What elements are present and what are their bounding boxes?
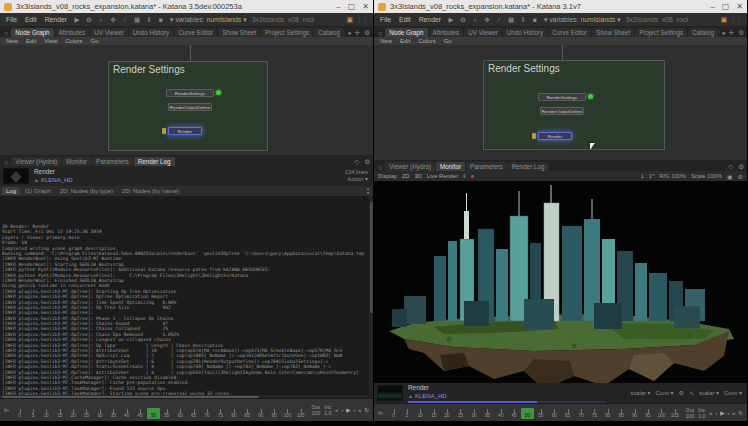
transport-button[interactable]: ‹ xyxy=(341,407,343,413)
transport-button[interactable]: » xyxy=(358,407,361,413)
menu-item[interactable]: View xyxy=(44,38,57,44)
frame-tick[interactable]: 50 xyxy=(147,408,160,419)
slash-icon[interactable]: ∕ xyxy=(121,16,129,24)
scroll-arrows-icon[interactable]: ▴▾ xyxy=(367,187,371,195)
settings-icon[interactable]: ⚙ xyxy=(738,173,743,180)
frame-tick[interactable]: 55 xyxy=(160,408,173,419)
render-icon[interactable]: ▶ xyxy=(447,16,455,24)
menu-item[interactable]: Render xyxy=(44,16,68,23)
close-button[interactable]: ✕ xyxy=(362,3,369,11)
monitor-viewport[interactable] xyxy=(374,181,747,383)
tab[interactable]: Undo History xyxy=(503,28,547,37)
variables-selector[interactable]: ▾ variables: numIslands ▾ xyxy=(170,16,247,24)
timeline-out-value[interactable]: 100 xyxy=(311,410,320,416)
frame-tick[interactable]: 0 xyxy=(13,408,26,419)
timeline-out-value[interactable]: 100 xyxy=(685,413,694,419)
frame-tick[interactable]: 60 xyxy=(174,408,187,419)
node-renderoutputdefine[interactable]: RenderOutputDefine xyxy=(168,103,212,111)
corner-icon[interactable]: ⚙ xyxy=(363,158,371,166)
corner-icon[interactable]: ⚙ xyxy=(363,29,371,37)
nodegraph-canvas[interactable]: Render Settings RenderSettings RenderOut… xyxy=(0,45,373,155)
tab[interactable]: Viewer (Hydra) xyxy=(385,162,435,171)
tab[interactable]: Log xyxy=(2,187,20,195)
tab[interactable]: Project Settings xyxy=(635,28,687,37)
tab[interactable]: Python xyxy=(345,28,346,37)
frame-tick[interactable]: 20 xyxy=(440,408,453,419)
variables-value[interactable]: numIslands xyxy=(206,16,241,23)
slash-icon[interactable]: ∕ xyxy=(495,16,503,24)
stop-icon[interactable]: ■ xyxy=(157,16,165,24)
timeline-inc-value[interactable]: 1.0 xyxy=(698,413,705,419)
close-button[interactable]: ✕ xyxy=(736,3,743,11)
display-dropdown[interactable]: Display xyxy=(378,173,397,179)
render-status-icon[interactable]: ▣ xyxy=(720,16,727,24)
scalar-dropdown[interactable]: scalar ▾ xyxy=(699,390,719,397)
frame-tick[interactable]: 65 xyxy=(187,408,200,419)
frame-tick[interactable]: 45 xyxy=(133,408,146,419)
frame-tick[interactable]: 70 xyxy=(574,408,587,419)
view-2d-button[interactable]: 2D xyxy=(402,173,409,179)
tab[interactable]: 2D: Nodes (by name) xyxy=(118,187,183,195)
tab[interactable]: Python xyxy=(719,28,720,37)
frame-tick[interactable]: 90 xyxy=(254,408,267,419)
frame-tick[interactable]: 75 xyxy=(588,408,601,419)
tab[interactable]: UV Viewer xyxy=(464,28,502,37)
tab[interactable]: Show Sheet xyxy=(218,28,260,37)
pane-menu-icon[interactable]: ○ xyxy=(2,159,10,166)
corner-icon[interactable]: ◇ xyxy=(353,158,360,166)
node-render[interactable]: Render xyxy=(538,132,572,140)
frame-tick[interactable]: 40 xyxy=(120,408,133,419)
render-log-output[interactable]: 3D Render: RenderStart Time: Fri Dec 13 … xyxy=(0,196,373,398)
tab[interactable]: Viewer (Hydra) xyxy=(11,157,61,166)
scrollbar-thumb[interactable] xyxy=(370,202,373,313)
corner-icon[interactable]: ✛ xyxy=(728,29,735,37)
menu-item[interactable]: New xyxy=(6,38,18,44)
menu-item[interactable]: File xyxy=(379,16,392,23)
frame-tick[interactable]: 100 xyxy=(281,408,294,419)
conv-dropdown[interactable]: Conv ▾ xyxy=(724,390,742,397)
conv-dropdown[interactable]: Conv ▾ xyxy=(655,390,673,397)
maximize-button[interactable]: ▢ xyxy=(348,3,356,11)
pane-menu-icon[interactable]: ○ xyxy=(376,164,384,171)
frame-tick[interactable]: 35 xyxy=(481,408,494,419)
frame-tick[interactable]: 45 xyxy=(507,408,520,419)
tab[interactable]: Monitor xyxy=(62,157,91,166)
move-icon[interactable]: ✥ xyxy=(483,16,491,24)
record-render-icon[interactable]: ● xyxy=(471,173,475,179)
pane-menu-icon[interactable]: ○ xyxy=(2,30,10,37)
layout-icon[interactable]: ▦ xyxy=(507,16,515,24)
tab[interactable]: Attributes xyxy=(55,28,90,37)
scrollbar-thumb[interactable] xyxy=(2,396,259,398)
zoom-level[interactable]: 1 : 1* xyxy=(641,173,655,179)
render-status-icon[interactable]: ▣ xyxy=(346,16,353,24)
menu-item[interactable]: Go xyxy=(91,38,99,44)
tab[interactable]: Render Log xyxy=(134,157,175,166)
frame-tick[interactable]: 60 xyxy=(548,408,561,419)
frame-tick[interactable]: 15 xyxy=(427,408,440,419)
tab[interactable]: UV Viewer xyxy=(90,28,128,37)
variables-selector[interactable]: ▾ variables: numIslands ▾ xyxy=(544,16,621,24)
titlebar[interactable]: 3x3Islands_v08_rocks_expansion.katana* -… xyxy=(374,0,747,13)
view-3d-button[interactable]: 3D xyxy=(414,173,421,179)
corner-icon[interactable]: ⚙ xyxy=(737,29,745,37)
tab[interactable]: (1) Graph xyxy=(21,187,55,195)
tab-overflow-icon[interactable]: ▸ xyxy=(721,29,726,37)
frame-tick[interactable]: 105 xyxy=(294,408,307,419)
tab[interactable]: Curve Editor xyxy=(548,28,591,37)
tab[interactable]: Undo History xyxy=(129,28,173,37)
tab[interactable]: Curve Editor xyxy=(174,28,217,37)
render-thumbnail[interactable] xyxy=(377,385,403,401)
frame-tick[interactable]: 10 xyxy=(40,408,53,419)
menu-item[interactable]: Render xyxy=(418,16,442,23)
move-icon[interactable]: ✥ xyxy=(109,16,117,24)
corner-icon[interactable]: ⚙ xyxy=(737,163,745,171)
gear-icon[interactable]: ⚙ xyxy=(679,390,684,397)
menu-item[interactable]: Edit xyxy=(26,38,36,44)
tab[interactable]: Project Settings xyxy=(261,28,313,37)
transport-button[interactable]: ▶ xyxy=(720,410,724,416)
pause-icon[interactable]: ‖ xyxy=(519,16,527,24)
gain-control[interactable]: R/G 100% xyxy=(659,173,686,179)
frame-tick[interactable]: 30 xyxy=(467,408,480,419)
frame-tick[interactable]: 0 xyxy=(387,408,400,419)
node-renderoutputdefine[interactable]: RenderOutputDefine xyxy=(540,107,584,115)
